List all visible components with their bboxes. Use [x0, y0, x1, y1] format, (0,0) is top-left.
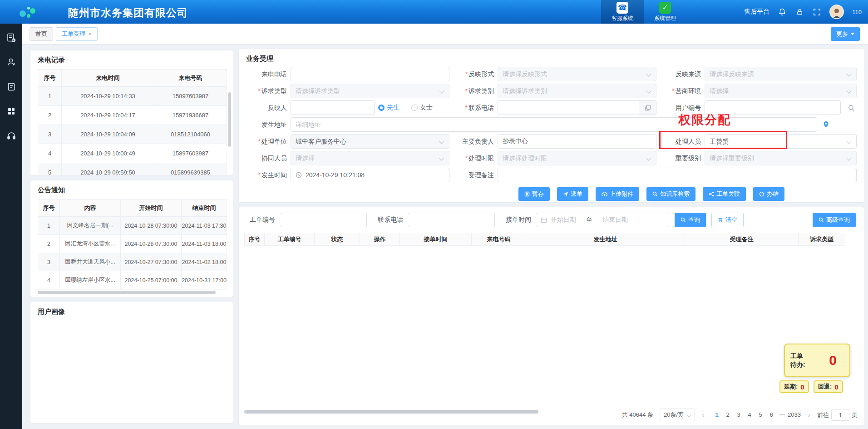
handler-label: 处理人员 [660, 134, 701, 149]
table-row[interactable]: 12024-10-29 10:14:3315897603987 [38, 87, 227, 106]
handle-unit-label: *处理单位 [246, 134, 287, 149]
page-number[interactable]: 4 [744, 409, 755, 421]
reflect-form-label: *反映形式 [453, 67, 494, 81]
after-sales-link[interactable]: 售后平台 [744, 8, 769, 16]
page-number[interactable]: 1 [711, 409, 722, 421]
radio-dot-icon [378, 105, 385, 111]
handler-select[interactable]: 王赟赟 [705, 134, 857, 149]
phone-icon: ☎ [616, 2, 628, 14]
page-number[interactable]: 2033 [788, 409, 801, 421]
table-row[interactable]: 32024-10-29 10:04:09018512104060 [38, 125, 227, 144]
order-search-bar: 工单编号 联系电话 接单时间 开始日期 至 结束日期 查询 清空 [239, 213, 864, 227]
handle-unit-select[interactable]: 城中客户服务中心 [291, 134, 449, 149]
goto-page-input[interactable] [831, 409, 849, 421]
user-portrait-title: 用户画像 [30, 302, 233, 319]
orders-panel: 工单编号 联系电话 接单时间 开始日期 至 结束日期 查询 清空 [238, 207, 864, 425]
address-input[interactable] [291, 117, 817, 132]
search-icon[interactable] [848, 105, 855, 111]
scrollbar-horizontal[interactable] [244, 410, 538, 414]
gender-female-radio[interactable]: 女士 [411, 104, 433, 112]
search-phone-input[interactable] [408, 213, 495, 227]
save-draft-button[interactable]: 暂存 [518, 187, 550, 201]
page-ellipsis[interactable]: ••• [777, 409, 788, 421]
appeal-class-select[interactable]: 请选择诉求类别 [498, 84, 656, 98]
tab-home[interactable]: 首页 [30, 27, 53, 41]
prev-page-icon[interactable]: ‹ [698, 411, 709, 419]
reflect-source-label: 反映来源 [660, 67, 701, 81]
contact-phone-input[interactable] [498, 100, 639, 115]
table-row[interactable]: 3因舜井大道天风小...2024-10-27 07:30:002024-11-0… [38, 253, 227, 271]
page-number[interactable]: 5 [755, 409, 766, 421]
avatar[interactable] [829, 5, 844, 19]
clear-button[interactable]: 清空 [711, 213, 744, 227]
nav-customer-service[interactable]: ☎ 客服系统 [601, 0, 644, 24]
lock-icon[interactable] [795, 7, 804, 16]
copy-icon[interactable] [639, 100, 656, 115]
principal-label: 主要负责人 [453, 134, 494, 149]
goto-page: 前往页 [817, 409, 858, 421]
table-row[interactable]: 52024-10-29 09:59:50015899639385 [38, 163, 227, 176]
table-row[interactable]: 1因文峰名居一期(...2024-10-28 07:30:002024-11-0… [38, 217, 227, 235]
reporter-input[interactable] [291, 100, 375, 115]
link-icon [709, 191, 714, 197]
chevron-down-icon [851, 33, 854, 37]
deadline-select[interactable]: 请选择处理时限 [498, 151, 656, 165]
work-order-icon[interactable] [0, 27, 22, 48]
scrollbar-vertical[interactable] [228, 92, 231, 147]
order-no-input[interactable] [280, 213, 367, 227]
more-button[interactable]: 更多 [831, 27, 860, 41]
upload-icon [602, 191, 607, 197]
dispatch-button[interactable]: 派单 [557, 187, 588, 201]
document-icon[interactable] [0, 76, 22, 97]
occur-time-picker[interactable]: 2024-10-29 10:21:08 [291, 168, 449, 182]
table-row[interactable]: 22024-10-29 10:04:1715971936687 [38, 106, 227, 125]
gender-male-radio[interactable]: 先生 [378, 104, 399, 112]
page-number[interactable]: 6 [766, 409, 777, 421]
appeal-class-label: *诉求类别 [453, 84, 494, 98]
table-row[interactable]: 2因汇龙湾小区需水...2024-10-28 07:30:002024-11-0… [38, 235, 227, 253]
knowledge-search-button[interactable]: 知识库检索 [646, 187, 695, 201]
appeal-type-select[interactable]: 请选择诉求类型 [291, 84, 449, 98]
next-page-icon[interactable]: › [804, 411, 814, 419]
pagination: 共 40644 条 20条/页 ‹ 123456•••2033 › 前往页 [622, 409, 858, 421]
business-form: 来电电话 *反映形式 请选择反映形式 反映来源 请选择反映来源 *诉求类型 请选… [239, 66, 864, 201]
call-phone-input[interactable] [291, 67, 449, 81]
appeal-type-label: *诉求类型 [246, 84, 287, 98]
advanced-search-button[interactable]: 高级查询 [813, 213, 856, 227]
scrollbar-horizontal[interactable] [38, 291, 216, 294]
page-number[interactable]: 3 [733, 409, 744, 421]
finish-button[interactable]: 办结 [753, 187, 784, 201]
header-right: 售后平台 110 [744, 0, 862, 24]
table-row[interactable]: 4因璎纳左岸小区水...2024-10-25 07:00:002024-10-3… [38, 271, 227, 289]
page-number[interactable]: 2 [722, 409, 733, 421]
total-count: 共 40644 条 [622, 411, 653, 419]
tab-work-order[interactable]: 工单受理 × [56, 27, 98, 41]
business-env-select[interactable]: 请选择 [705, 84, 857, 98]
headset-icon[interactable] [0, 125, 22, 146]
bell-icon[interactable] [778, 7, 787, 16]
location-pin-icon[interactable] [823, 121, 829, 128]
back-badge: 回退:0 [814, 380, 843, 393]
co-handler-select[interactable]: 请选择 [291, 151, 449, 165]
order-link-button[interactable]: 工单关联 [703, 187, 746, 201]
fullscreen-icon[interactable] [812, 7, 821, 16]
note-input[interactable] [498, 168, 857, 182]
query-button[interactable]: 查询 [675, 213, 706, 227]
end-date-placeholder: 结束日期 [602, 216, 628, 224]
upload-attachment-button[interactable]: 上传附件 [596, 187, 639, 201]
nav-system-management[interactable]: ✓ 系统管理 [644, 0, 686, 24]
page-size-select[interactable]: 20条/页 [660, 409, 695, 421]
close-tab-icon[interactable]: × [88, 28, 92, 40]
customer-icon[interactable] [0, 52, 22, 73]
principal-input[interactable] [498, 134, 656, 149]
apps-icon[interactable] [0, 101, 22, 122]
reflect-form-select[interactable]: 请选择反映形式 [498, 67, 656, 81]
todo-box: 工单待办: 0 [784, 344, 850, 377]
date-range-picker[interactable]: 开始日期 至 结束日期 [536, 213, 669, 227]
table-row[interactable]: 42024-10-29 10:00:4915897603987 [38, 144, 227, 163]
delay-badge: 延期:0 [779, 380, 809, 393]
app-title: 随州市水务集团有限公司 [68, 6, 188, 20]
importance-select[interactable]: 请选择重要级别 [705, 151, 857, 165]
reflect-source-select[interactable]: 请选择反映来源 [705, 67, 857, 81]
call-records-header: 序号 来电时间 来电号码 [38, 70, 227, 87]
